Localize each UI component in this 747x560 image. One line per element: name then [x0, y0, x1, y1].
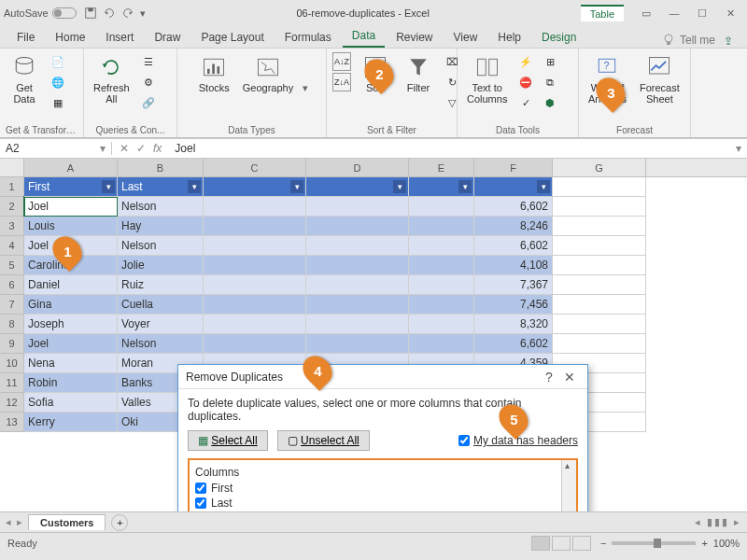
cell[interactable]	[409, 315, 474, 334]
forecast-sheet-button[interactable]: Forecast Sheet	[636, 52, 684, 106]
cell[interactable]: Nelson	[118, 334, 204, 354]
table-header-cell[interactable]	[553, 177, 646, 197]
cell[interactable]: 8,246	[474, 217, 553, 236]
zoom-in-icon[interactable]: +	[701, 538, 707, 549]
tab-data[interactable]: Data	[343, 25, 385, 48]
cell[interactable]	[409, 334, 474, 354]
cell[interactable]: 7,367	[474, 275, 553, 295]
cell[interactable]: Robin	[24, 373, 118, 393]
add-sheet-button[interactable]: +	[111, 514, 128, 531]
next-sheet-icon[interactable]: ▸	[17, 516, 22, 528]
edit-links-icon[interactable]: 🔗	[139, 93, 158, 112]
name-box[interactable]: A2▾	[0, 142, 112, 155]
cell[interactable]: 8,320	[474, 315, 553, 334]
cell[interactable]	[306, 217, 409, 236]
select-all-button[interactable]: ▦ Select All	[188, 430, 268, 451]
unselect-all-button[interactable]: ▢ Unselect All	[277, 430, 370, 451]
row-header[interactable]: 4	[0, 236, 24, 256]
cell[interactable]: Voyer	[118, 315, 204, 334]
table-header-cell[interactable]: First▾	[24, 177, 118, 197]
cancel-formula-icon[interactable]: ✕	[120, 142, 129, 155]
row-header[interactable]: 6	[0, 275, 24, 295]
remove-duplicates-icon[interactable]: ⛔	[516, 73, 535, 91]
worksheet-grid[interactable]: ABCDEFG 1First▾Last▾▾▾▾▾2JoelNelson6,602…	[0, 159, 747, 511]
table-header-cell[interactable]: Last▾	[118, 177, 204, 197]
tab-design[interactable]: Design	[532, 27, 585, 48]
stocks-button[interactable]: Stocks	[195, 52, 233, 95]
cell[interactable]: Joseph	[24, 315, 118, 334]
from-table-icon[interactable]: ▦	[49, 93, 67, 112]
row-header[interactable]: 9	[0, 334, 24, 354]
row-header[interactable]: 10	[0, 354, 24, 373]
cell[interactable]: Gina	[24, 295, 118, 315]
zoom-slider[interactable]	[612, 541, 696, 545]
filter-button[interactable]: Filter	[400, 52, 437, 95]
filter-dropdown-icon[interactable]: ▾	[537, 180, 550, 193]
normal-view-icon[interactable]	[531, 536, 550, 551]
cell[interactable]	[553, 197, 646, 217]
close-icon[interactable]: ✕	[559, 370, 580, 385]
table-header-cell[interactable]: ▾	[204, 177, 306, 197]
cell[interactable]	[306, 315, 409, 334]
cell[interactable]: 6,602	[474, 334, 553, 354]
cell[interactable]	[204, 217, 306, 236]
minimize-icon[interactable]: —	[661, 4, 687, 22]
row-header[interactable]: 5	[0, 256, 24, 275]
tab-page-layout[interactable]: Page Layout	[191, 27, 273, 48]
column-header[interactable]: D	[306, 159, 409, 176]
cell[interactable]	[409, 275, 474, 295]
cell[interactable]	[204, 334, 306, 354]
column-checkbox-item[interactable]: First	[195, 481, 571, 496]
table-header-cell[interactable]: ▾	[409, 177, 474, 197]
sort-za-icon[interactable]: Z↓A	[332, 73, 351, 91]
row-header[interactable]: 12	[0, 393, 24, 413]
cell[interactable]: Joel	[24, 197, 118, 217]
cell[interactable]	[409, 217, 474, 236]
cell[interactable]	[553, 334, 646, 354]
queries-icon[interactable]: ☰	[139, 52, 158, 71]
cell[interactable]	[409, 197, 474, 217]
column-checkbox-item[interactable]: Company	[195, 511, 571, 511]
filter-dropdown-icon[interactable]: ▾	[393, 180, 406, 193]
properties-icon[interactable]: ⚙	[139, 73, 158, 91]
cell[interactable]: Hay	[118, 217, 204, 236]
cell[interactable]: Daniel	[24, 275, 118, 295]
zoom-out-icon[interactable]: −	[600, 538, 606, 549]
data-model-icon[interactable]: ⬢	[541, 93, 559, 112]
cell[interactable]: Jolie	[118, 256, 204, 275]
cell[interactable]	[553, 315, 646, 334]
from-web-icon[interactable]: 🌐	[49, 73, 67, 91]
ribbon-options-icon[interactable]: ▭	[633, 4, 659, 22]
cell[interactable]: 6,602	[474, 236, 553, 256]
cell[interactable]	[204, 315, 306, 334]
table-header-cell[interactable]: ▾	[306, 177, 409, 197]
sort-az-icon[interactable]: A↓Z	[332, 52, 351, 71]
row-header[interactable]: 13	[0, 413, 24, 432]
consolidate-icon[interactable]: ⊞	[541, 52, 559, 71]
cell[interactable]: Nena	[24, 354, 118, 373]
redo-icon[interactable]	[121, 7, 134, 20]
cell[interactable]	[553, 275, 646, 295]
tab-review[interactable]: Review	[387, 27, 442, 48]
undo-icon[interactable]	[103, 7, 116, 20]
cell[interactable]	[553, 256, 646, 275]
page-layout-view-icon[interactable]	[552, 536, 571, 551]
cell[interactable]: Nelson	[118, 197, 204, 217]
share-icon[interactable]: ⇪	[717, 35, 740, 48]
cell[interactable]	[204, 256, 306, 275]
tab-formulas[interactable]: Formulas	[275, 27, 341, 48]
cell[interactable]	[204, 236, 306, 256]
geography-button[interactable]: Geography	[239, 52, 297, 95]
cell[interactable]: Sofia	[24, 393, 118, 413]
select-all-corner[interactable]	[0, 159, 24, 176]
tell-me-search[interactable]: Tell me	[661, 33, 715, 48]
refresh-all-button[interactable]: Refresh All	[90, 52, 134, 106]
cell[interactable]: Louis	[24, 217, 118, 236]
data-validation-icon[interactable]: ✓	[516, 93, 535, 112]
cell[interactable]	[553, 295, 646, 315]
save-icon[interactable]	[84, 7, 97, 20]
cell[interactable]	[204, 197, 306, 217]
cell[interactable]: Nelson	[118, 236, 204, 256]
filter-dropdown-icon[interactable]: ▾	[102, 180, 115, 193]
cell[interactable]	[409, 236, 474, 256]
